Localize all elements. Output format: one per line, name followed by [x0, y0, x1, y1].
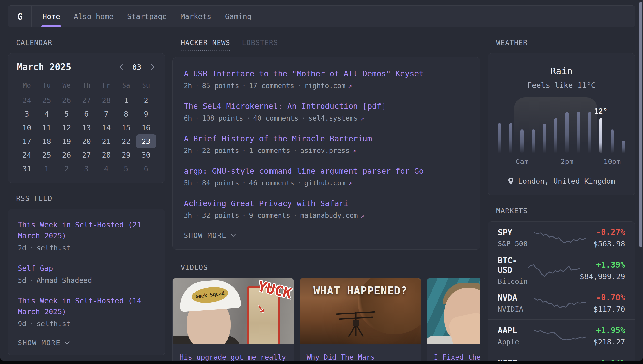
rss-item-title-link[interactable]: Self Gap [18, 263, 155, 274]
calendar-day[interactable]: 24 [17, 148, 37, 162]
nav-tab-also-home[interactable]: Also home [74, 6, 114, 27]
calendar-day[interactable]: 3 [17, 107, 37, 121]
calendar-day[interactable]: 5 [57, 107, 77, 121]
news-show-more-button[interactable]: SHOW MORE [184, 231, 469, 240]
rss-item-title-link[interactable]: This Week in Self-Hosted (14 March 2025) [18, 295, 155, 317]
calendar-day[interactable]: 4 [97, 162, 116, 176]
news-item-title-link[interactable]: Achieving Great Privacy with Safari [184, 199, 469, 208]
calendar-day[interactable]: 26 [57, 148, 77, 162]
calendar-day[interactable]: 1 [37, 162, 56, 176]
calendar-day[interactable]: 12 [57, 121, 77, 134]
news-item-points: 108 points [202, 114, 243, 122]
scrollbar[interactable] [639, 2, 642, 247]
video-thumbnail[interactable]: WHAT HAPPENED? [300, 278, 421, 344]
news-item: A Brief History of the Miracle Bacterium… [184, 134, 469, 155]
calendar-day[interactable]: 18 [37, 134, 56, 148]
video-card[interactable]: DO TH T I Fixed the 5 Power Connect 3d·L… [427, 278, 480, 361]
rss-card: This Week in Self-Hosted (21 March 2025)… [8, 209, 165, 356]
calendar-prev-icon[interactable] [118, 63, 125, 71]
calendar-day[interactable]: 19 [57, 134, 77, 148]
news-item-source-link[interactable]: righto.com [304, 82, 345, 90]
news-item-source-link[interactable]: github.com [304, 179, 345, 187]
rss-show-more-button[interactable]: SHOW MORE [18, 339, 155, 347]
tab-lobsters[interactable]: LOBSTERS [242, 38, 278, 51]
calendar-day[interactable]: 2 [57, 162, 77, 176]
calendar-day[interactable]: 14 [97, 121, 116, 134]
video-title-link[interactable]: I Fixed the 5 Power Connect [434, 352, 480, 361]
nav-tab-home[interactable]: Home [43, 6, 60, 27]
news-item-source-link[interactable]: sel4.systems [308, 114, 358, 122]
top-nav: G Home Also home Startpage Markets Gamin… [8, 5, 635, 27]
calendar-day[interactable]: 21 [97, 134, 116, 148]
market-sparkline [534, 295, 586, 312]
market-values: -0.70% $117.70 [586, 293, 625, 314]
calendar-day[interactable]: 7 [97, 107, 116, 121]
calendar-day[interactable]: 17 [17, 134, 37, 148]
market-row-btc[interactable]: BTC-USD Bitcoin +1.39% $84,999.29 [488, 254, 635, 287]
rss-item: This Week in Self-Hosted (14 March 2025)… [18, 295, 155, 328]
calendar-day[interactable]: 2 [136, 94, 156, 107]
calendar-day[interactable]: 9 [136, 107, 156, 121]
news-item-source-link[interactable]: matanabudy.com [300, 212, 358, 220]
nav-tab-markets[interactable]: Markets [180, 6, 211, 27]
video-thumbnail[interactable]: Geek Squad YUCK ➘ [173, 278, 294, 344]
calendar-day[interactable]: 6 [77, 107, 96, 121]
market-change: +1.39% [579, 260, 625, 270]
calendar-day[interactable]: 15 [116, 121, 136, 134]
nav-tab-startpage[interactable]: Startpage [127, 6, 167, 27]
calendar-heading: CALENDAR [16, 38, 165, 47]
nav-tab-gaming[interactable]: Gaming [225, 6, 251, 27]
calendar-day[interactable]: 29 [116, 148, 136, 162]
calendar-day[interactable]: 27 [77, 94, 96, 107]
market-labels: BTC-USD Bitcoin [498, 256, 528, 286]
calendar-day[interactable]: 24 [17, 94, 37, 107]
weather-bar [520, 129, 524, 154]
video-title-link[interactable]: Why Did The Mars Helicopter Disappear? [307, 352, 414, 361]
market-row-aapl[interactable]: AAPL Apple +1.95% $218.27 [488, 319, 635, 352]
weather-bar [610, 129, 614, 154]
calendar-day[interactable]: 25 [37, 94, 56, 107]
news-item-title-link[interactable]: argp: GNU-style command line argument pa… [184, 166, 469, 176]
calendar-next-icon[interactable] [149, 63, 156, 71]
news-item-comments: 46 comments [249, 179, 294, 187]
calendar-day-selected[interactable]: 23 [136, 134, 156, 148]
video-title-link[interactable]: His upgrade got me really dirty - AMD $5… [179, 352, 287, 361]
market-row-spy[interactable]: SPY S&P 500 -0.27% $563.98 [488, 222, 635, 254]
calendar-day[interactable]: 27 [77, 148, 96, 162]
weather-bars: 12° [498, 103, 625, 154]
app-logo[interactable]: G [8, 6, 32, 27]
calendar-day[interactable]: 4 [37, 107, 56, 121]
calendar-day[interactable]: 6 [136, 162, 156, 176]
calendar-day[interactable]: 30 [136, 148, 156, 162]
calendar-day[interactable]: 20 [77, 134, 96, 148]
market-row-nvda[interactable]: NVDA NVIDIA -0.70% $117.70 [488, 287, 635, 319]
calendar-day[interactable]: 5 [116, 162, 136, 176]
news-item: argp: GNU-style command line argument pa… [184, 166, 469, 187]
calendar-day[interactable]: 22 [116, 134, 136, 148]
calendar-day[interactable]: 28 [97, 94, 116, 107]
calendar-day[interactable]: 28 [97, 148, 116, 162]
tab-hacker-news[interactable]: HACKER NEWS [181, 38, 230, 51]
calendar-day[interactable]: 8 [116, 107, 136, 121]
market-row-msft[interactable]: MSFT Microsoft +1.14% $391.26 [488, 352, 635, 361]
calendar-day[interactable]: 3 [77, 162, 96, 176]
calendar-day[interactable]: 26 [57, 94, 77, 107]
calendar-weekday-label: Mo [17, 79, 37, 94]
calendar-day[interactable]: 13 [77, 121, 96, 134]
news-item-title-link[interactable]: The SeL4 Microkernel: An Introduction [p… [184, 102, 469, 111]
news-item-title-link[interactable]: A Brief History of the Miracle Bacterium [184, 134, 469, 143]
weather-bar [554, 118, 557, 154]
news-item-source-link[interactable]: asimov.press [300, 146, 350, 155]
dot-separator: · [242, 212, 246, 220]
calendar-day[interactable]: 16 [136, 121, 156, 134]
rss-item-title-link[interactable]: This Week in Self-Hosted (21 March 2025) [18, 219, 155, 241]
video-card[interactable]: Geek Squad YUCK ➘ His upgrade got me rea… [172, 278, 294, 361]
calendar-day[interactable]: 11 [37, 121, 56, 134]
calendar-day[interactable]: 25 [37, 148, 56, 162]
news-item-title-link[interactable]: A USB Interface to the "Mother of All De… [184, 69, 469, 78]
calendar-day[interactable]: 31 [17, 162, 37, 176]
video-card[interactable]: WHAT HAPPENED? Why Did The [300, 278, 421, 361]
video-thumbnail[interactable]: DO TH T [427, 278, 480, 344]
calendar-day[interactable]: 1 [116, 94, 136, 107]
calendar-day[interactable]: 10 [17, 121, 37, 134]
